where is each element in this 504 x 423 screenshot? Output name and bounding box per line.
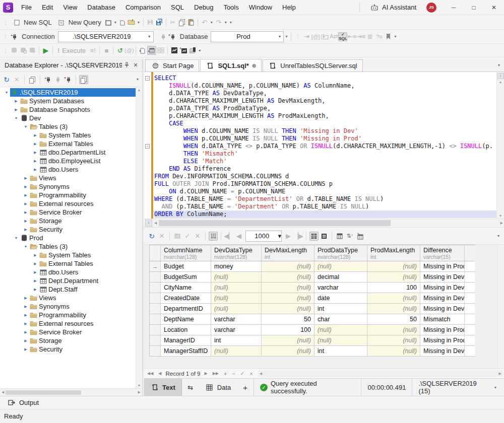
grid-cell[interactable]: (null) bbox=[262, 335, 314, 345]
tree-item[interactable]: ▶Service Broker bbox=[0, 208, 136, 217]
chevron-right-icon[interactable]: ▶ bbox=[13, 99, 20, 103]
code-line[interactable]: d.CHARACTER_MAXIMUM_LENGTH AS DevMaxLeng… bbox=[154, 97, 496, 105]
chevron-right-icon[interactable]: ▶ bbox=[32, 253, 39, 257]
grid-cell[interactable]: 100 bbox=[262, 325, 314, 335]
grid-cell[interactable]: CityName bbox=[161, 283, 211, 293]
grid-column-header[interactable]: DevMaxLengthint bbox=[262, 245, 314, 261]
grid-cell[interactable]: CreatedDate bbox=[161, 293, 211, 303]
ai-assistant-button[interactable]: AI Assistant bbox=[365, 0, 421, 15]
pin-icon[interactable] bbox=[122, 60, 131, 69]
grid-cell[interactable]: Missing in Dev bbox=[420, 283, 465, 293]
grid-cell[interactable]: varchar bbox=[211, 314, 262, 324]
grid-cell[interactable]: (null) bbox=[367, 346, 420, 356]
tree-item[interactable]: ▶System Tables bbox=[0, 251, 136, 259]
execute-run-icon[interactable]: ▶ bbox=[41, 46, 50, 55]
grid-cell[interactable]: DepartmentID bbox=[161, 304, 211, 314]
tree-item[interactable]: ▶dbo.DepartmentList bbox=[0, 148, 136, 157]
grid-cell[interactable]: int bbox=[314, 304, 367, 314]
grid-cell[interactable]: varchar bbox=[314, 283, 367, 293]
grid-cell[interactable]: Missing in Prod bbox=[420, 261, 465, 271]
stop-icon[interactable]: ■ bbox=[102, 46, 111, 55]
disconnect-icon[interactable]: × bbox=[168, 32, 177, 41]
grid-cell[interactable]: money bbox=[211, 261, 262, 271]
first-record-icon[interactable]: ◀◀ bbox=[146, 371, 154, 376]
bookmark-icon[interactable] bbox=[384, 32, 393, 41]
grid-cell[interactable]: (null) bbox=[367, 335, 420, 345]
redo-dropdown[interactable]: ▾ bbox=[223, 20, 228, 25]
new-file-icon[interactable] bbox=[118, 18, 127, 27]
chevron-right-icon[interactable]: ▶ bbox=[32, 133, 39, 137]
grid-cell[interactable]: (null) bbox=[262, 304, 314, 314]
close-button[interactable]: ✕ bbox=[484, 0, 504, 15]
copy-icon[interactable] bbox=[177, 18, 186, 27]
row-marker[interactable] bbox=[150, 293, 161, 303]
chevron-right-icon[interactable]: ▶ bbox=[22, 313, 29, 317]
db-refresh-icon[interactable] bbox=[19, 46, 28, 55]
code-line[interactable]: WHEN d.DATA_TYPE <> p.DATA_TYPE OR ISNUL… bbox=[154, 143, 496, 150]
menu-file[interactable]: File bbox=[16, 0, 37, 15]
tree-item[interactable]: ▶dbo.Users bbox=[0, 268, 136, 276]
grid-cell[interactable]: (null) bbox=[211, 304, 262, 314]
grid-cell[interactable]: (null) bbox=[211, 293, 262, 303]
code-line[interactable]: p.CHARACTER_MAXIMUM_LENGTH AS ProdMaxLen… bbox=[154, 112, 496, 120]
history-icon[interactable]: ↺ bbox=[115, 46, 124, 55]
grid-cell[interactable]: 50 bbox=[367, 314, 420, 324]
new-connection-icon[interactable]: + bbox=[43, 75, 52, 84]
chevron-right-icon[interactable]: ▶ bbox=[32, 159, 39, 163]
open-file-icon[interactable] bbox=[127, 18, 136, 27]
pointer-folder-icon[interactable] bbox=[320, 32, 329, 41]
code-line[interactable]: FROM Dev.INFORMATION_SCHEMA.COLUMNS d bbox=[154, 173, 496, 180]
swap-view-button[interactable]: ⇆ bbox=[182, 379, 199, 396]
tree-item[interactable]: ▶Storage bbox=[0, 336, 136, 345]
code-line[interactable]: CASE bbox=[154, 120, 496, 127]
tree-item[interactable]: ▼Dev bbox=[0, 114, 136, 122]
fold-marker[interactable]: − bbox=[145, 144, 150, 149]
row-marker[interactable] bbox=[150, 335, 161, 345]
new-connection-icon[interactable]: + bbox=[10, 32, 19, 41]
grid-cell[interactable]: (null) bbox=[314, 335, 367, 345]
grid-cell[interactable]: (null) bbox=[262, 346, 314, 356]
code-line[interactable]: ISNULL(d.COLUMN_NAME, p.COLUMN_NAME) AS … bbox=[154, 82, 496, 90]
tree-item[interactable]: ▶Dept.Department bbox=[0, 276, 136, 285]
close-tab-icon[interactable]: ⊗ bbox=[252, 63, 256, 68]
fold-marker[interactable]: − bbox=[145, 76, 150, 81]
tab-list-dropdown[interactable]: ▾ bbox=[496, 63, 504, 67]
tree-vertical-scrollbar[interactable]: ▲▼ bbox=[136, 87, 142, 388]
minimize-button[interactable]: ─ bbox=[444, 0, 464, 15]
next-record-icon[interactable]: ▶ bbox=[204, 371, 209, 376]
tree-item[interactable]: ▶Security bbox=[0, 225, 136, 234]
duplicate-object-icon[interactable] bbox=[28, 75, 37, 84]
grid-cell[interactable]: DeptName bbox=[161, 314, 211, 324]
import-image-icon[interactable] bbox=[179, 46, 188, 55]
connection-combo-arrow[interactable]: ▾ bbox=[145, 34, 153, 39]
results-to-file-icon[interactable] bbox=[138, 46, 147, 55]
user-avatar[interactable]: JS bbox=[426, 3, 436, 13]
chevron-right-icon[interactable]: ▶ bbox=[22, 305, 29, 309]
grid-column-header[interactable]: ColumnNamenvarchar(128) bbox=[161, 245, 211, 261]
output-label[interactable]: Output bbox=[19, 399, 39, 406]
chevron-right-icon[interactable]: ▶ bbox=[32, 142, 39, 146]
comment-toggle-icon[interactable]: ?≡ bbox=[374, 32, 384, 41]
grid-cell[interactable]: (null) bbox=[367, 261, 420, 271]
grid-cell[interactable]: Missing in Dev bbox=[420, 346, 465, 356]
chevron-down-icon[interactable]: ▼ bbox=[22, 245, 29, 248]
chevron-right-icon[interactable]: ▶ bbox=[22, 193, 29, 197]
menu-debug[interactable]: Debug bbox=[189, 0, 218, 15]
execute-button[interactable]: ! Execute bbox=[55, 44, 88, 56]
grid-view-icon[interactable] bbox=[309, 232, 319, 241]
new-query-button[interactable]: New Query bbox=[54, 16, 104, 28]
export-dropdown[interactable]: ▾ bbox=[197, 48, 202, 53]
split-handle[interactable]: ⁞ bbox=[145, 220, 152, 227]
tree-horizontal-scrollbar[interactable]: ◀ ▶ bbox=[0, 388, 142, 396]
grid-column-header[interactable]: ProdMaxLengthint bbox=[367, 245, 420, 261]
tree-item[interactable]: ▶dbo.EmployeeList bbox=[0, 157, 136, 165]
redo-icon[interactable]: ↷ bbox=[214, 18, 223, 27]
split-editor-handle[interactable]: ⁞ bbox=[497, 73, 504, 79]
grid-column-header[interactable]: DevDataTypenvarchar(128) bbox=[211, 245, 262, 261]
decrease-indent-icon[interactable]: ⇤≡ bbox=[347, 32, 356, 41]
refresh-results-icon[interactable]: ↻ bbox=[147, 232, 156, 241]
grid-cell[interactable]: (null) bbox=[367, 272, 420, 282]
grid-column-header[interactable]: ProdDataTypenvarchar(128) bbox=[314, 245, 367, 261]
server-dropdown[interactable]: ▾ bbox=[493, 385, 498, 390]
row-marker[interactable] bbox=[150, 314, 161, 324]
